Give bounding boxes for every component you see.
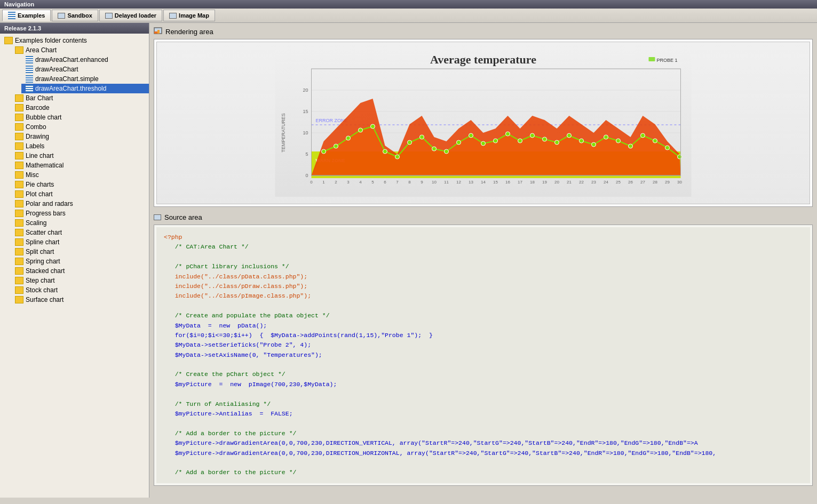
code-line-20 [164, 419, 803, 428]
item-draw-area-simple[interactable]: drawAreaChart.simple [21, 74, 149, 84]
spring-chart-folder-icon [15, 258, 23, 265]
tab-delayed-loader[interactable]: Delayed loader [99, 10, 162, 21]
svg-point-40 [481, 141, 486, 146]
folder-bubble-chart[interactable]: Bubble chart [11, 113, 149, 122]
folder-step-chart[interactable]: Step chart [11, 276, 149, 285]
folder-scatter-chart[interactable]: Scatter chart [11, 228, 149, 237]
folder-area-chart-label: Area Chart [26, 46, 57, 54]
folder-stacked-chart-label: Stacked chart [26, 267, 65, 275]
folder-area-chart[interactable]: Area Chart [11, 45, 149, 55]
barcode-folder-icon [15, 104, 23, 111]
svg-text:25: 25 [616, 180, 621, 185]
folder-progress-bars[interactable]: Progress bars [11, 209, 149, 218]
item-draw-area-threshold[interactable]: drawAreaChart.threshold [21, 84, 149, 93]
code-line-8 [164, 301, 803, 311]
folder-pie-charts-label: Pie charts [26, 181, 54, 188]
svg-text:22: 22 [579, 180, 584, 185]
folder-line-chart[interactable]: Line chart [11, 151, 149, 161]
bar-chart-folder-icon [15, 94, 23, 102]
folder-misc[interactable]: Misc [11, 170, 149, 180]
folder-polar-radars[interactable]: Polar and radars [11, 199, 149, 209]
folder-surface-chart[interactable]: Surface chart [11, 295, 149, 305]
rendering-icon [154, 27, 162, 36]
folder-labels-label: Labels [26, 142, 44, 150]
svg-point-37 [445, 149, 449, 154]
content-area: Rendering area [149, 23, 817, 498]
imagemap-icon [169, 13, 177, 19]
code-line-12: $MyData->setSerieTicks("Probe 2", 4); [164, 340, 803, 350]
nav-bar: Navigation Examples Sandbox Delayed load… [0, 0, 817, 23]
tab-sandbox[interactable]: Sandbox [52, 10, 98, 21]
folder-scaling[interactable]: Scaling [11, 218, 149, 228]
folder-split-chart[interactable]: Split chart [11, 247, 149, 257]
code-line-10: $MyData = new pData(); [164, 321, 803, 331]
svg-text:26: 26 [628, 180, 633, 185]
svg-point-47 [567, 133, 572, 138]
svg-point-51 [616, 139, 621, 143]
scatter-chart-folder-icon [15, 229, 23, 236]
svg-point-38 [457, 140, 461, 145]
svg-point-35 [420, 135, 424, 139]
pie-charts-folder-icon [15, 181, 23, 188]
svg-text:0: 0 [305, 173, 308, 178]
delayed-icon [105, 13, 113, 19]
svg-text:10: 10 [303, 130, 308, 135]
svg-point-32 [383, 149, 387, 154]
svg-point-56 [678, 155, 682, 159]
item-label-3: drawAreaChart.simple [35, 75, 99, 83]
svg-point-30 [359, 128, 363, 132]
tab-examples-label: Examples [18, 12, 45, 19]
tree-root-folder[interactable]: Examples folder contents [0, 36, 149, 45]
code-line-2: /* CAT:Area Chart */ [164, 242, 803, 252]
nav-title: Navigation [0, 0, 817, 9]
code-line-21: /* Add a border to the picture */ [164, 429, 803, 438]
folder-spline-chart-label: Spline chart [26, 238, 59, 246]
code-line-18: /* Turn of Antialiasing */ [164, 399, 803, 409]
folder-spline-chart[interactable]: Spline chart [11, 237, 149, 247]
svg-point-43 [518, 139, 522, 143]
folder-stock-chart[interactable]: Stock chart [11, 285, 149, 295]
tab-examples[interactable]: Examples [2, 10, 51, 21]
code-line-7: include("../class/pImage.class.php"); [164, 291, 803, 301]
folder-drawing-label: Drawing [26, 133, 49, 140]
item-icon-3 [26, 75, 33, 83]
mathematical-folder-icon [15, 162, 23, 169]
code-line-3 [164, 252, 803, 262]
progress-bars-folder-icon [15, 210, 23, 217]
item-draw-area-enhanced[interactable]: drawAreaChart.enhanced [21, 55, 149, 65]
folder-spring-chart[interactable]: Spring chart [11, 257, 149, 266]
chart-container: Average temperature PROBE 1 PROBE 1 0 5 … [156, 42, 810, 204]
folder-combo-label: Combo [26, 123, 46, 131]
line-chart-folder-icon [15, 152, 23, 159]
rendering-section-header: Rendering area [154, 27, 813, 36]
folder-plot-chart[interactable]: Plot chart [11, 189, 149, 199]
folder-combo[interactable]: Combo [11, 122, 149, 132]
folder-plot-chart-label: Plot chart [26, 190, 53, 198]
item-icon-2 [26, 66, 33, 73]
folder-bar-chart[interactable]: Bar Chart [11, 93, 149, 103]
item-label-1: drawAreaChart.enhanced [35, 56, 108, 63]
rendering-box: Average temperature PROBE 1 PROBE 1 0 5 … [154, 39, 813, 207]
svg-text:15: 15 [493, 180, 498, 185]
tab-delayed-label: Delayed loader [115, 12, 156, 19]
svg-text:8: 8 [408, 180, 411, 185]
folder-barcode[interactable]: Barcode [11, 103, 149, 113]
folder-drawing[interactable]: Drawing [11, 132, 149, 141]
folder-stacked-chart[interactable]: Stacked chart [11, 266, 149, 276]
folder-labels[interactable]: Labels [11, 141, 149, 151]
item-draw-area[interactable]: drawAreaChart [21, 65, 149, 74]
svg-text:10: 10 [432, 180, 437, 185]
code-line-4: /* pChart library inclusions */ [164, 262, 803, 271]
folder-mathematical[interactable]: Mathematical [11, 161, 149, 170]
tab-image-map[interactable]: Image Map [163, 10, 215, 21]
folder-pie-charts[interactable]: Pie charts [11, 180, 149, 189]
root-folder-icon [4, 37, 13, 44]
item-icon-1 [26, 56, 33, 63]
svg-text:Average temperature: Average temperature [430, 53, 536, 66]
svg-text:20: 20 [554, 180, 559, 185]
svg-text:2: 2 [335, 180, 337, 185]
svg-point-29 [346, 136, 351, 140]
code-area[interactable]: <?php /* CAT:Area Chart */ /* pChart lib… [156, 227, 810, 483]
labels-folder-icon [15, 142, 23, 150]
source-icon [154, 214, 161, 220]
